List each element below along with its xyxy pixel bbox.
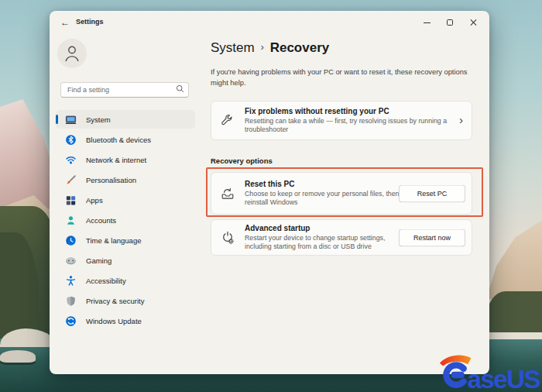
bluetooth-icon — [65, 134, 77, 146]
sidebar-item-personalisation[interactable]: Personalisation — [56, 170, 195, 189]
window-title: Settings — [76, 18, 104, 26]
sidebar-item-gaming[interactable]: Gaming — [56, 251, 195, 270]
settings-window: ← Settings System Bluetooth & devices — [50, 11, 489, 374]
search-icon — [176, 84, 184, 93]
account-person-icon — [65, 215, 77, 226]
update-arrows-icon — [65, 315, 77, 327]
sidebar-item-label: Accounts — [86, 216, 116, 225]
reset-this-pc-card: Reset this PC Choose to keep or remove y… — [211, 172, 472, 215]
search-input[interactable] — [60, 82, 189, 98]
sidebar-item-privacy-security[interactable]: Privacy & security — [56, 291, 195, 310]
sidebar-item-time-language[interactable]: Time & language — [56, 231, 195, 249]
sidebar-item-label: Bluetooth & devices — [86, 136, 151, 144]
close-button[interactable] — [461, 14, 485, 31]
sidebar-item-accounts[interactable]: Accounts — [56, 211, 195, 229]
maximize-button[interactable] — [438, 14, 461, 31]
gamepad-icon — [65, 255, 77, 266]
wallpaper-trees-right — [486, 291, 542, 338]
restart-now-button[interactable]: Restart now — [399, 229, 465, 246]
easeus-watermark: aseUS — [437, 352, 540, 391]
reset-pc-icon — [220, 186, 235, 201]
sidebar-item-label: Personalisation — [86, 176, 136, 184]
sidebar-item-bluetooth-devices[interactable]: Bluetooth & devices — [56, 130, 195, 149]
back-button[interactable]: ← — [59, 16, 71, 29]
system-icon — [65, 114, 77, 126]
advanced-startup-card: Advanced startup Restart your device to … — [211, 219, 472, 256]
page-title: Recovery — [270, 40, 330, 56]
wallpaper-rock-left — [0, 350, 36, 363]
selected-indicator — [56, 115, 58, 124]
card-title: Fix problems without resetting your PC — [245, 107, 463, 115]
sidebar-item-windows-update[interactable]: Windows Update — [56, 311, 195, 330]
wallpaper-shore-right — [486, 332, 542, 339]
breadcrumb: System › Recovery — [211, 40, 329, 56]
card-description: Resetting can take a while — first, try … — [245, 117, 463, 135]
window-controls — [415, 14, 485, 31]
sidebar-item-label: Windows Update — [86, 317, 142, 325]
sidebar-item-label: Gaming — [86, 256, 111, 265]
sidebar-nav: System Bluetooth & devices Network & int… — [56, 110, 195, 332]
sidebar-item-label: Time & language — [86, 236, 141, 245]
maximize-icon — [447, 19, 453, 26]
sidebar-item-apps[interactable]: Apps — [56, 191, 195, 209]
sidebar-item-label: Privacy & security — [86, 297, 145, 305]
wifi-icon — [65, 154, 77, 166]
sidebar-item-label: Accessibility — [86, 277, 126, 285]
fix-problems-card[interactable]: Fix problems without resetting your PC R… — [211, 101, 472, 140]
wallpaper-sand-right — [486, 220, 542, 299]
power-gear-icon — [220, 230, 235, 246]
shield-icon — [65, 295, 77, 307]
search-box — [60, 81, 189, 97]
minimize-icon — [424, 22, 431, 23]
sidebar-item-system[interactable]: System — [56, 110, 195, 129]
card-description: Choose to keep or remove your personal f… — [245, 190, 406, 208]
card-title: Reset this PC — [245, 180, 406, 188]
sidebar-item-label: Network & internet — [86, 156, 146, 164]
easeus-logo-text: aseUS — [468, 368, 540, 391]
section-label: Recovery options — [211, 156, 273, 165]
sidebar-item-label: System — [86, 115, 111, 124]
chevron-right-icon: › — [459, 113, 463, 126]
sidebar-item-network-internet[interactable]: Network & internet — [56, 150, 195, 169]
avatar[interactable] — [57, 39, 87, 68]
close-icon — [469, 19, 477, 26]
wrench-icon — [220, 113, 235, 129]
back-icon: ← — [60, 17, 70, 28]
page-description: If you're having problems with your PC o… — [211, 67, 482, 89]
card-text: Fix problems without resetting your PC R… — [245, 107, 463, 135]
card-text: Reset this PC Choose to keep or remove y… — [245, 180, 406, 208]
card-text: Advanced startup Restart your device to … — [245, 224, 400, 252]
minimize-button[interactable] — [415, 14, 438, 31]
sidebar-item-label: Apps — [86, 196, 103, 205]
desktop: ← Settings System Bluetooth & devices — [0, 0, 542, 392]
sidebar-item-accessibility[interactable]: Accessibility — [56, 271, 195, 290]
clock-globe-icon — [65, 235, 77, 246]
brush-icon — [65, 174, 77, 186]
breadcrumb-separator-icon: › — [261, 42, 264, 53]
reset-pc-button[interactable]: Reset PC — [399, 184, 465, 202]
breadcrumb-parent[interactable]: System — [211, 40, 255, 56]
person-icon — [64, 45, 80, 62]
apps-grid-icon — [65, 194, 77, 206]
card-title: Advanced startup — [245, 224, 400, 232]
card-description: Restart your device to change startup se… — [245, 234, 400, 252]
accessibility-person-icon — [65, 275, 77, 287]
